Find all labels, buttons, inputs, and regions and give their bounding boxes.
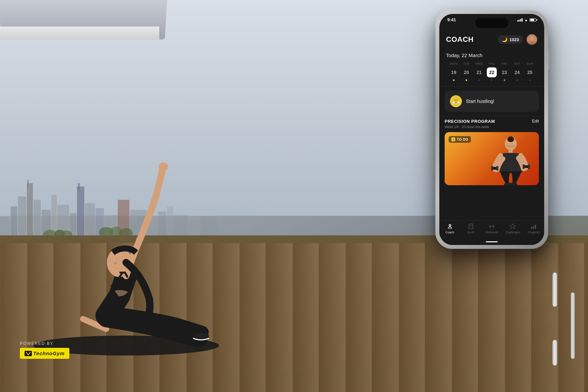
day-mon-num: 19 [449, 67, 459, 77]
bottom-nav: Coach Book [439, 220, 544, 245]
ceiling-underside [0, 27, 159, 40]
svg-rect-68 [535, 225, 536, 229]
message-text: Start hustling! [466, 99, 494, 104]
program-title: PRECISION PROGRAM [445, 119, 495, 124]
day-wed-dot [478, 79, 480, 81]
day-thu-num: 22 [487, 67, 497, 77]
phone-container: 9:41 ▲ COACH [435, 10, 548, 249]
coach-nav-icon [447, 223, 453, 230]
status-time: 9:41 [447, 17, 456, 22]
day-monday[interactable]: MON 19 [447, 62, 460, 81]
day-sun-dot [529, 79, 531, 81]
day-thu-dot [491, 79, 492, 81]
workouts-nav-label: Workouts [485, 231, 498, 234]
wifi-icon: ▲ [524, 18, 528, 22]
day-tue-dot [466, 79, 467, 81]
svg-point-41 [530, 36, 534, 41]
nav-item-book[interactable]: Book [460, 223, 481, 234]
day-sun-name: SUN [527, 62, 534, 65]
svg-point-34 [159, 162, 168, 172]
day-tuesday[interactable]: TUE 20 [460, 62, 473, 81]
avatar-image [527, 35, 537, 44]
technogym-icon [25, 351, 32, 356]
day-friday[interactable]: FRI 23 [498, 62, 511, 81]
app-title: COACH [446, 35, 474, 44]
woman-figure [0, 93, 259, 365]
divider-2 [439, 116, 544, 116]
challenges-nav-label: Challenges [505, 231, 520, 234]
divider-1 [439, 86, 544, 87]
program-section: PRECISION PROGRAM Edit Week 1/4 · 2/3 do… [445, 119, 539, 185]
day-sun-num: 25 [525, 67, 535, 77]
user-avatar[interactable] [526, 34, 538, 45]
message-banner[interactable]: 😤 Start hustling! [445, 91, 539, 112]
todo-badge: ✓ TO DO [449, 136, 471, 143]
svg-point-45 [508, 136, 513, 140]
day-tue-num: 20 [461, 67, 471, 77]
coach-nav-label: Coach [446, 231, 454, 234]
progress-nav-icon [530, 223, 537, 230]
day-sat-name: SAT [514, 62, 520, 65]
technogym-logo: TechnoGym [20, 348, 69, 359]
phone-screen: 9:41 ▲ COACH [439, 14, 544, 245]
book-nav-label: Book [468, 231, 475, 234]
book-nav-icon [468, 223, 474, 230]
edit-link[interactable]: Edit [532, 119, 539, 123]
svg-rect-48 [491, 166, 493, 171]
day-mon-dot [453, 79, 455, 81]
dynamic-island [475, 18, 508, 28]
day-fri-name: FRI [502, 62, 507, 65]
powered-by-text: POWERED BY [20, 341, 69, 346]
program-subtitle: Week 1/4 · 2/3 done this week [445, 125, 539, 129]
day-fri-num: 23 [499, 67, 509, 77]
svg-point-54 [509, 183, 517, 185]
technogym-text: TechnoGym [33, 351, 65, 356]
progress-nav-label: Progress [528, 231, 540, 234]
date-label: Today, 22 March [446, 52, 538, 58]
svg-rect-49 [496, 166, 498, 171]
battery-icon [530, 18, 536, 22]
day-fri-dot [504, 79, 505, 81]
svg-rect-67 [533, 226, 534, 229]
nav-item-challenges[interactable]: Challenges [502, 223, 523, 234]
week-calendar: MON 19 TUE 20 WED 21 [446, 62, 538, 81]
status-icons: ▲ [517, 18, 536, 22]
svg-rect-52 [528, 164, 530, 169]
athlete-figure [489, 135, 532, 185]
signal-icon [517, 18, 523, 22]
coach-emoji-icon: 😤 [450, 95, 462, 107]
points-badge[interactable]: 🌙 1023 [498, 35, 523, 44]
program-header: PRECISION PROGRAM Edit [445, 119, 539, 124]
nav-item-coach[interactable]: Coach [439, 223, 460, 234]
day-sat-dot [516, 79, 518, 81]
nav-item-progress[interactable]: Progress [523, 223, 544, 234]
svg-rect-66 [531, 227, 532, 229]
day-sat-num: 24 [512, 67, 522, 77]
home-indicator [486, 241, 498, 242]
svg-rect-51 [523, 164, 525, 169]
svg-point-36 [114, 262, 116, 265]
day-thursday[interactable]: THU 22 [485, 62, 498, 81]
todo-text: TO DO [457, 138, 468, 141]
nav-item-workouts[interactable]: Workouts [481, 223, 502, 234]
svg-point-57 [449, 228, 450, 229]
points-value: 1023 [509, 37, 519, 42]
workout-card[interactable]: ✓ TO DO [445, 132, 539, 185]
day-wednesday[interactable]: WED 21 [473, 62, 485, 81]
date-section: Today, 22 March MON 19 TUE 20 [439, 48, 544, 84]
challenges-nav-icon [509, 223, 516, 230]
day-sunday[interactable]: SUN 25 [524, 62, 536, 81]
pool-railing [548, 273, 561, 365]
day-mon-name: MON [450, 62, 458, 65]
phone-frame: 9:41 ▲ COACH [435, 10, 548, 249]
day-thu-name: THU [488, 62, 495, 65]
header-right: 🌙 1023 [498, 34, 538, 45]
svg-point-56 [449, 225, 450, 226]
day-wed-num: 21 [474, 67, 484, 77]
day-tue-name: TUE [463, 62, 470, 65]
powered-by-badge: POWERED BY TechnoGym [20, 341, 69, 359]
railing-post-2 [571, 292, 575, 359]
day-wed-name: WED [475, 62, 483, 65]
todo-check-icon: ✓ [451, 137, 455, 141]
day-saturday[interactable]: SAT 24 [511, 62, 523, 81]
